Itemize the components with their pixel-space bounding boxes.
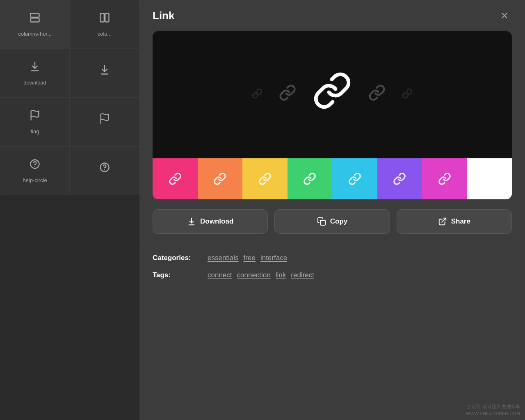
tag-redirect[interactable]: redirect <box>291 271 314 279</box>
sidebar-item-help-circle2[interactable] <box>70 146 139 195</box>
sidebar-item-help-circle[interactable]: help-circle <box>0 146 70 195</box>
dialog-title: Link <box>153 9 174 22</box>
link-icon-xs <box>252 88 262 102</box>
share-button[interactable]: Share <box>397 209 512 234</box>
sidebar-item-label: columns-hor... <box>18 31 52 37</box>
dialog-header: Link <box>139 0 525 31</box>
download-btn-icon <box>187 217 196 226</box>
link-icon-sm2 <box>368 84 386 105</box>
svg-rect-12 <box>320 220 325 225</box>
categories-row: Categories: essentials free interface <box>153 254 512 262</box>
share-btn-label: Share <box>451 217 470 226</box>
tags-values: connect connection link redirect <box>208 271 314 279</box>
columns-vertical-icon <box>99 12 110 25</box>
help-circle-icon-2 <box>99 162 110 175</box>
download-button[interactable]: Download <box>153 209 268 234</box>
flag-icon <box>29 110 41 123</box>
meta-section: Categories: essentials free interface Ta… <box>139 254 525 301</box>
tag-connect[interactable]: connect <box>208 271 232 279</box>
tag-connection[interactable]: connection <box>237 271 271 279</box>
copy-button[interactable]: Copy <box>274 209 390 234</box>
sidebar-item-label: flag <box>31 128 39 135</box>
swatch-orange[interactable] <box>198 158 243 199</box>
watermark-line1: 公众号: 设计达人 整理分享 <box>466 403 520 410</box>
close-button[interactable] <box>497 8 512 23</box>
sidebar-item-label: help-circle <box>23 177 47 183</box>
category-interface[interactable]: interface <box>260 254 287 262</box>
swatch-yellow[interactable] <box>242 158 288 199</box>
tags-label: Tags: <box>153 271 198 279</box>
columns-horizontal-icon <box>29 12 41 25</box>
categories-values: essentials free interface <box>208 254 287 262</box>
swatch-cyan[interactable] <box>332 158 377 199</box>
svg-line-13 <box>442 218 446 222</box>
icon-preview <box>153 31 512 158</box>
copy-btn-icon <box>317 217 326 226</box>
tag-link[interactable]: link <box>276 271 286 279</box>
tags-row: Tags: connect connection link redirect <box>153 271 512 279</box>
sidebar-item-label: colu... <box>98 31 112 37</box>
color-swatches <box>153 158 512 199</box>
svg-rect-1 <box>31 18 39 22</box>
svg-rect-3 <box>105 14 109 22</box>
sidebar: columns-hor... colu... download flag <box>0 0 139 420</box>
link-icon-xs2 <box>402 88 413 102</box>
divider <box>139 244 525 244</box>
watermark-line2: WWW.SHEJIDAREN.COM <box>466 410 520 417</box>
download-icon <box>29 61 41 74</box>
action-buttons: Download Copy Share <box>153 209 512 234</box>
flag-icon-2 <box>99 113 110 126</box>
swatch-pink[interactable] <box>153 158 198 199</box>
category-free[interactable]: free <box>244 254 256 262</box>
sidebar-item-columns-vertical[interactable]: colu... <box>70 0 139 49</box>
link-icon-lg <box>313 71 352 119</box>
preview-container <box>153 31 512 199</box>
download-icon-2 <box>99 64 110 77</box>
download-btn-label: Download <box>200 217 233 226</box>
category-essentials[interactable]: essentials <box>208 254 239 262</box>
watermark: 公众号: 设计达人 整理分享 WWW.SHEJIDAREN.COM <box>466 403 520 417</box>
swatch-magenta[interactable] <box>422 158 467 199</box>
main-panel: Link <box>139 0 525 420</box>
link-icon-sm <box>279 84 296 105</box>
sidebar-item-download2[interactable] <box>70 49 139 98</box>
svg-rect-2 <box>100 14 104 22</box>
sidebar-item-columns-horizontal[interactable]: columns-hor... <box>0 0 70 49</box>
swatch-purple[interactable] <box>377 158 422 199</box>
sidebar-item-flag2[interactable] <box>70 98 139 146</box>
sidebar-item-label: download <box>23 80 46 86</box>
categories-label: Categories: <box>153 254 198 262</box>
swatch-green[interactable] <box>288 158 333 199</box>
sidebar-item-flag[interactable]: flag <box>0 98 70 146</box>
share-btn-icon <box>438 217 447 226</box>
sidebar-item-download[interactable]: download <box>0 49 70 98</box>
copy-btn-label: Copy <box>330 217 348 226</box>
svg-rect-0 <box>31 14 39 17</box>
swatch-white[interactable] <box>467 158 512 199</box>
help-circle-icon <box>29 158 41 171</box>
